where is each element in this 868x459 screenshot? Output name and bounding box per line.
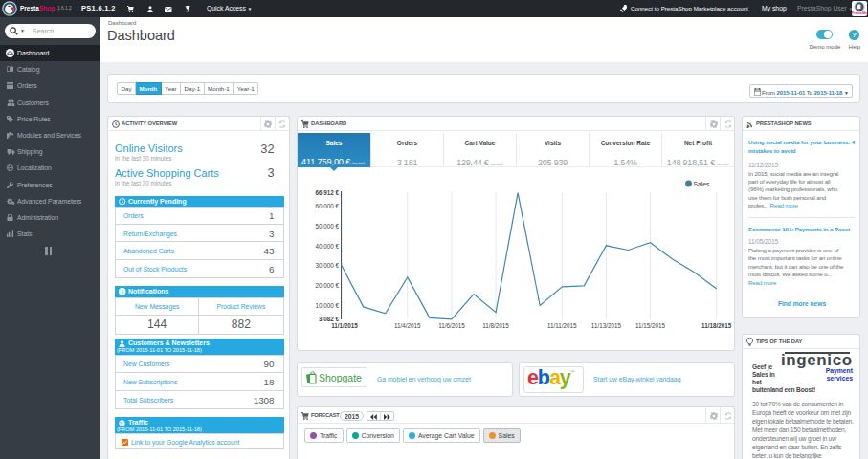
svg-text:10 000 €: 10 000 € — [315, 302, 339, 309]
svg-text:11/6/2015: 11/6/2015 — [438, 322, 465, 329]
svg-text:11/11/2015: 11/11/2015 — [547, 322, 577, 329]
svg-text:60 000 €: 60 000 € — [315, 203, 339, 209]
svg-text:40 000 €: 40 000 € — [315, 243, 339, 250]
svg-text:11/18/2015: 11/18/2015 — [701, 322, 732, 329]
svg-text:11/4/2015: 11/4/2015 — [394, 322, 421, 329]
svg-text:Sales: Sales — [694, 181, 711, 187]
svg-text:66 912 €: 66 912 € — [315, 189, 339, 196]
svg-text:30 000 €: 30 000 € — [315, 262, 339, 269]
svg-text:11/8/2015: 11/8/2015 — [482, 322, 509, 329]
svg-text:50 000 €: 50 000 € — [315, 223, 339, 230]
svg-text:11/1/2015: 11/1/2015 — [331, 322, 358, 329]
svg-text:20 000 €: 20 000 € — [315, 282, 339, 289]
svg-text:11/13/2015: 11/13/2015 — [591, 322, 622, 329]
svg-text:11/15/2015: 11/15/2015 — [635, 322, 666, 329]
